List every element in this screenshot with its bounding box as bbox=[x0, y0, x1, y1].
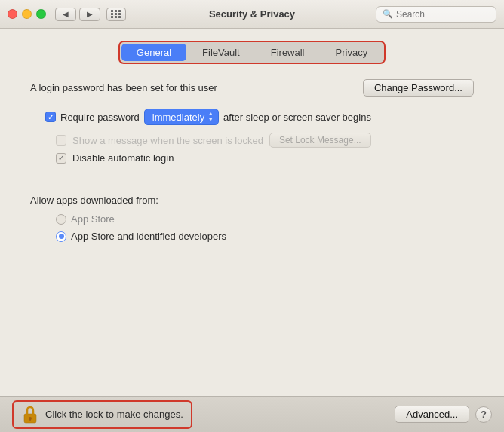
back-icon: ◀ bbox=[63, 10, 69, 18]
tab-filevault[interactable]: FileVault bbox=[187, 44, 255, 61]
disable-auto-login-row: Disable automatic login bbox=[23, 152, 481, 164]
divider bbox=[23, 179, 481, 179]
app-store-label: App Store bbox=[71, 213, 115, 225]
maximize-button[interactable] bbox=[36, 9, 46, 19]
immediately-dropdown[interactable]: immediately ▲ ▼ bbox=[144, 109, 219, 125]
dropdown-arrows-icon: ▲ ▼ bbox=[207, 111, 214, 123]
show-message-row: Show a message when the screen is locked… bbox=[23, 133, 481, 148]
app-store-developers-radio[interactable] bbox=[56, 231, 66, 242]
set-lock-message-button[interactable]: Set Lock Message... bbox=[269, 133, 371, 148]
show-message-checkbox[interactable] bbox=[56, 135, 66, 146]
change-password-button[interactable]: Change Password... bbox=[363, 79, 474, 97]
app-store-developers-radio-row: App Store and identified developers bbox=[23, 231, 481, 242]
help-button[interactable]: ? bbox=[475, 406, 492, 423]
minimize-button[interactable] bbox=[22, 9, 32, 19]
forward-button[interactable]: ▶ bbox=[79, 8, 100, 21]
titlebar: ◀ ▶ Security & Privacy 🔍 bbox=[0, 0, 504, 29]
grid-icon bbox=[111, 10, 121, 18]
show-message-label: Show a message when the screen is locked bbox=[72, 135, 263, 146]
app-store-radio-row: App Store bbox=[23, 213, 481, 225]
tabs-wrapper: General FileVault Firewall Privacy bbox=[15, 41, 489, 64]
traffic-lights bbox=[8, 9, 46, 19]
disable-auto-login-checkbox[interactable] bbox=[56, 153, 66, 164]
nav-buttons: ◀ ▶ bbox=[55, 8, 100, 21]
close-button[interactable] bbox=[8, 9, 17, 19]
window-title: Security & Privacy bbox=[209, 8, 295, 20]
lock-section: Click the lock to make changes. bbox=[12, 400, 192, 429]
require-password-label: Require password bbox=[60, 112, 140, 123]
bottom-bar: Click the lock to make changes. Advanced… bbox=[0, 396, 504, 432]
bottom-right: Advanced... ? bbox=[395, 406, 492, 423]
disable-auto-login-label: Disable automatic login bbox=[72, 152, 174, 164]
svg-rect-2 bbox=[29, 418, 31, 421]
allow-apps-label: Allow apps downloaded from: bbox=[23, 195, 481, 206]
lock-icon[interactable] bbox=[21, 405, 39, 424]
require-password-row: Require password immediately ▲ ▼ after s… bbox=[23, 109, 481, 125]
lock-svg-icon bbox=[23, 406, 38, 424]
search-input[interactable] bbox=[396, 9, 490, 20]
tab-firewall[interactable]: Firewall bbox=[256, 44, 320, 61]
settings-area: A login password has been set for this u… bbox=[15, 79, 489, 432]
search-box[interactable]: 🔍 bbox=[376, 6, 496, 23]
forward-icon: ▶ bbox=[87, 10, 93, 18]
immediately-value: immediately bbox=[152, 112, 204, 123]
app-store-developers-label: App Store and identified developers bbox=[71, 231, 226, 242]
login-password-row: A login password has been set for this u… bbox=[23, 79, 481, 97]
tab-privacy[interactable]: Privacy bbox=[321, 44, 383, 61]
search-icon: 🔍 bbox=[383, 9, 393, 19]
back-button[interactable]: ◀ bbox=[55, 8, 76, 21]
tab-general[interactable]: General bbox=[121, 44, 186, 61]
app-store-radio[interactable] bbox=[56, 214, 66, 225]
lock-message-text: Click the lock to make changes. bbox=[45, 409, 183, 420]
require-password-checkbox[interactable] bbox=[45, 112, 56, 122]
main-content: General FileVault Firewall Privacy A log… bbox=[0, 29, 504, 432]
tabs-container: General FileVault Firewall Privacy bbox=[118, 41, 386, 64]
grid-button[interactable] bbox=[106, 8, 126, 21]
after-sleep-label: after sleep or screen saver begins bbox=[223, 112, 371, 123]
login-password-text: A login password has been set for this u… bbox=[30, 82, 217, 93]
advanced-button[interactable]: Advanced... bbox=[395, 406, 469, 423]
